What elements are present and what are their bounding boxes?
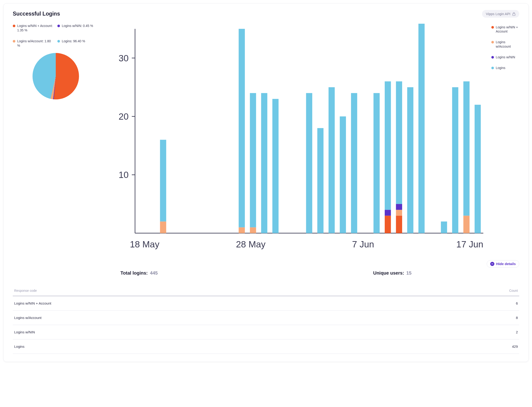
bar-segment: [385, 81, 391, 210]
metric-unique-value: 15: [406, 270, 411, 275]
lock-icon: [512, 12, 516, 16]
bar-segment: [441, 221, 447, 233]
bar-segment: [374, 93, 380, 233]
api-pill[interactable]: Vipps Login API: [482, 10, 519, 18]
svg-text:28 May: 28 May: [236, 239, 266, 249]
col-count: Count: [406, 286, 519, 296]
bar-segment: [250, 93, 256, 227]
bar-segment: [407, 87, 414, 233]
bar-segment: [385, 216, 391, 233]
cell-response-code: Logins w/NIN: [13, 325, 406, 339]
bar-legend-item[interactable]: Logins w/NIN + Account: [491, 25, 519, 33]
legend-dot: [491, 41, 494, 43]
legend-dot: [57, 25, 60, 27]
legend-dot: [491, 67, 494, 69]
bar-segment: [463, 216, 470, 233]
pie-chart: [32, 53, 79, 99]
legend-dot: [13, 40, 15, 42]
bar-segment: [340, 116, 346, 233]
bar-segment: [239, 29, 245, 227]
legend-label: Logins w/NIN: 0.45 %: [62, 24, 93, 28]
charts-row: Logins w/NIN + Account: 1.35 %Logins w/N…: [13, 24, 519, 256]
metric-total-value: 445: [150, 270, 158, 275]
legend-dot: [13, 25, 15, 27]
legend-label: Logins w/NIN + Account: [496, 25, 519, 33]
svg-rect-0: [513, 14, 515, 16]
bar-segment: [239, 227, 245, 233]
bar-segment: [475, 105, 481, 233]
legend-label: Logins w/Account: [496, 40, 519, 48]
svg-text:30: 30: [118, 53, 128, 63]
bar-legend-item[interactable]: Logins: [491, 66, 519, 70]
cell-count: 8: [406, 310, 519, 325]
metric-unique-label: Unique users:: [373, 270, 404, 275]
metric-total-label: Total logins:: [121, 270, 148, 275]
bar-segment: [329, 87, 335, 233]
bar-legend: Logins w/NIN + AccountLogins w/AccountLo…: [491, 24, 519, 256]
successful-logins-card: Successful Logins Vipps Login API Logins…: [3, 3, 529, 362]
pie-wrap: [13, 53, 99, 99]
cell-count: 429: [406, 339, 519, 353]
legend-dot: [491, 26, 494, 29]
bar-segment: [463, 81, 470, 216]
legend-label: Logins w/NIN + Account: 1.35 %: [17, 24, 54, 32]
pie-legend-item[interactable]: Logins: 96.40 %: [57, 39, 99, 48]
pie-block: Logins w/NIN + Account: 1.35 %Logins w/N…: [13, 24, 99, 99]
bar-segment: [250, 227, 256, 233]
bar-segment: [396, 204, 402, 210]
cell-count: 2: [406, 325, 519, 339]
pie-legend-item[interactable]: Logins w/NIN + Account: 1.35 %: [13, 24, 54, 32]
bar-segment: [452, 87, 458, 233]
legend-label: Logins w/NIN: [496, 55, 515, 59]
bar-segment: [272, 99, 279, 233]
bar-segment: [396, 210, 402, 216]
bar-segment: [418, 24, 425, 233]
svg-text:10: 10: [118, 170, 128, 180]
legend-label: Logins: 96.40 %: [62, 39, 85, 43]
bar-segment: [160, 140, 166, 222]
card-header: Successful Logins Vipps Login API: [13, 10, 519, 18]
pie-legend-item[interactable]: Logins w/NIN: 0.45 %: [57, 24, 99, 32]
cell-response-code: Logins w/Account: [13, 310, 406, 325]
svg-text:20: 20: [118, 111, 128, 122]
svg-text:18 May: 18 May: [130, 239, 160, 249]
bar-segment: [306, 93, 312, 233]
metrics-row: Total logins: 445 Unique users: 15: [13, 270, 519, 276]
bar-segment: [396, 81, 402, 204]
bar-chart: 10203018 May28 May7 Jun17 Jun: [108, 24, 487, 255]
bar-chart-wrap: 10203018 May28 May7 Jun17 Jun: [108, 24, 487, 256]
legend-dot: [491, 56, 494, 59]
table-row: Logins w/Account8: [13, 310, 519, 325]
legend-dot: [57, 40, 60, 42]
cell-count: 6: [406, 296, 519, 311]
legend-label: Logins w/Account: 1.80 %: [17, 39, 54, 48]
svg-text:7 Jun: 7 Jun: [352, 239, 374, 249]
bar-segment: [396, 216, 402, 233]
svg-text:17 Jun: 17 Jun: [456, 239, 483, 249]
api-pill-label: Vipps Login API: [486, 12, 510, 16]
metric-total-logins: Total logins: 445: [121, 270, 158, 276]
hide-details-label: Hide details: [496, 262, 516, 266]
table-row: Logins w/NIN + Account6: [13, 296, 519, 311]
pie-legend-item[interactable]: Logins w/Account: 1.80 %: [13, 39, 54, 48]
bar-segment: [261, 93, 267, 233]
bar-segment: [317, 128, 324, 233]
cell-response-code: Logins w/NIN + Account: [13, 296, 406, 311]
legend-label: Logins: [496, 66, 505, 70]
minus-circle-icon: [490, 262, 494, 266]
bar-block: 10203018 May28 May7 Jun17 Jun Logins w/N…: [108, 24, 519, 256]
bar-legend-item[interactable]: Logins w/NIN: [491, 55, 519, 59]
bar-segment: [160, 221, 166, 233]
response-table: Response code Count Logins w/NIN + Accou…: [13, 286, 519, 354]
bar-segment: [351, 93, 357, 233]
cell-response-code: Logins: [13, 339, 406, 353]
col-response-code: Response code: [13, 286, 406, 296]
metric-unique-users: Unique users: 15: [373, 270, 411, 276]
details-toggle-row: Hide details: [13, 260, 519, 268]
hide-details-button[interactable]: Hide details: [487, 260, 519, 268]
pie-legend: Logins w/NIN + Account: 1.35 %Logins w/N…: [13, 24, 99, 48]
bar-legend-item[interactable]: Logins w/Account: [491, 40, 519, 48]
table-row: Logins429: [13, 339, 519, 353]
table-row: Logins w/NIN2: [13, 325, 519, 339]
bar-segment: [385, 210, 391, 216]
